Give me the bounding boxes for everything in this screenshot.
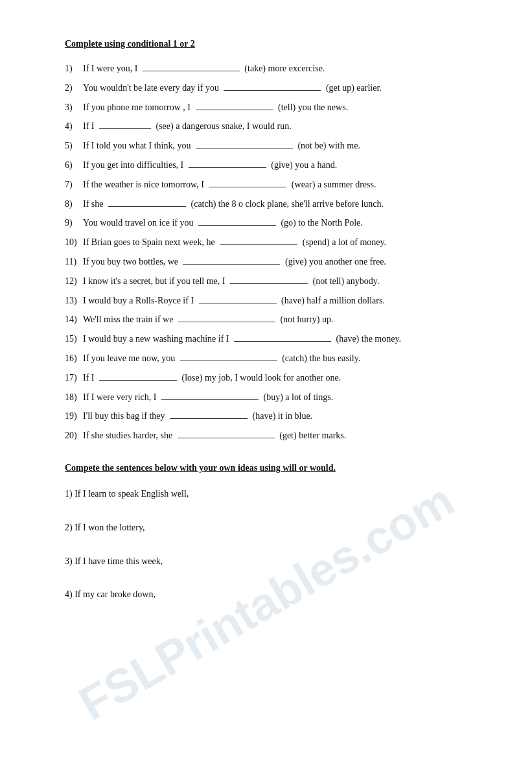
list-item: 7)If the weather is nice tomorrow, I (we… bbox=[65, 177, 480, 193]
item-text-before: If the weather is nice tomorrow, I bbox=[83, 177, 206, 193]
answer-blank bbox=[178, 322, 275, 322]
item-text-after: a summer dress. bbox=[318, 177, 376, 193]
list-item: 6)If you get into difficulties, I (give)… bbox=[65, 158, 480, 173]
item-text-before: If she studies harder, she bbox=[83, 428, 175, 444]
item-text-before: If you get into difficulties, I bbox=[83, 158, 186, 173]
section2: Compete the sentences below with your ow… bbox=[65, 463, 480, 602]
item-hint: (not be) bbox=[295, 138, 329, 154]
list-item: 19)I'll buy this bag if they (have) it i… bbox=[65, 409, 480, 424]
item-text-before: You would travel on ice if you bbox=[83, 215, 196, 231]
item-text-after: up. bbox=[322, 312, 334, 327]
list-item: 3)If you phone me tomorrow , I (tell) yo… bbox=[65, 100, 480, 115]
item-text-before: If I bbox=[83, 119, 97, 134]
list-item: 10)If Brian goes to Spain next week, he … bbox=[65, 235, 480, 250]
answer-blank bbox=[170, 418, 248, 419]
item-hint: (spend) bbox=[300, 235, 332, 250]
item-text-after: earlier. bbox=[356, 80, 381, 96]
answer-blank bbox=[108, 206, 186, 207]
open-item-text: If I have time this week, bbox=[75, 556, 163, 566]
item-text-before: If you leave me now, you bbox=[83, 351, 178, 366]
item-text-after: it in blue. bbox=[278, 409, 312, 424]
item-number: 3) bbox=[65, 100, 83, 115]
item-text-after: the 8 o clock plane, she'll arrive befor… bbox=[218, 196, 384, 212]
item-hint: (have) bbox=[279, 293, 307, 309]
list-item: 11)If you buy two bottles, we (give) you… bbox=[65, 254, 480, 270]
item-text-after: more excercise. bbox=[268, 61, 325, 77]
answer-blank bbox=[178, 438, 275, 438]
answer-blank bbox=[220, 244, 297, 245]
answer-blank bbox=[198, 225, 276, 226]
list-item: 5)If I told you what I think, you (not b… bbox=[65, 138, 480, 154]
item-hint: (buy) bbox=[261, 390, 285, 405]
item-text-after: a dangerous snake, I would run. bbox=[176, 119, 291, 134]
item-text-before: We'll miss the train if we bbox=[83, 312, 176, 327]
list-item: 20)If she studies harder, she (get) bett… bbox=[65, 428, 480, 444]
item-text-after: the money. bbox=[362, 331, 401, 347]
item-number: 9) bbox=[65, 215, 83, 231]
list-item: 14)We'll miss the train if we (not hurry… bbox=[65, 312, 480, 327]
item-text-before: If I were very rich, I bbox=[83, 390, 159, 405]
item-text-after: you another one free. bbox=[309, 254, 386, 270]
list-item: 9)You would travel on ice if you (go) to… bbox=[65, 215, 480, 231]
item-hint: (have) bbox=[250, 409, 278, 424]
item-hint: (tell) bbox=[276, 100, 298, 115]
answer-blank bbox=[196, 148, 293, 148]
item-hint: (catch) bbox=[280, 351, 310, 366]
item-text-before: If I bbox=[83, 370, 97, 386]
list-item: 12)I know it's a secret, but if you tell… bbox=[65, 274, 480, 289]
open-list-item: 3) If I have time this week, bbox=[65, 554, 480, 569]
open-item-number: 3) bbox=[65, 556, 75, 566]
item-text-after: better marks. bbox=[299, 428, 346, 444]
item-number: 10) bbox=[65, 235, 83, 250]
item-number: 7) bbox=[65, 177, 83, 193]
item-number: 5) bbox=[65, 138, 83, 154]
item-hint: (go) bbox=[279, 215, 298, 231]
item-text-before: I know it's a secret, but if you tell me… bbox=[83, 274, 227, 289]
list-item: 15)I would buy a new washing machine if … bbox=[65, 331, 480, 347]
open-item-text: If my car broke down, bbox=[75, 589, 156, 599]
item-text-before: I would buy a Rolls-Royce if I bbox=[83, 293, 196, 309]
answer-blank bbox=[230, 283, 308, 284]
list-item: 18)If I were very rich, I (buy) a lot of… bbox=[65, 390, 480, 405]
answer-blank bbox=[196, 110, 273, 110]
item-hint: (lose) bbox=[179, 370, 205, 386]
open-list-item: 1) If I learn to speak English well, bbox=[65, 486, 480, 502]
item-number: 8) bbox=[65, 196, 83, 212]
item-text-after: anybody. bbox=[347, 274, 380, 289]
item-hint: (wear) bbox=[289, 177, 318, 193]
item-number: 6) bbox=[65, 158, 83, 173]
item-text-before: You wouldn't be late every day if you bbox=[83, 80, 221, 96]
open-item-number: 4) bbox=[65, 589, 75, 599]
item-hint: (see) bbox=[154, 119, 176, 134]
item-number: 16) bbox=[65, 351, 83, 366]
answer-blank bbox=[209, 187, 286, 187]
answer-blank bbox=[161, 399, 259, 400]
item-hint: (give) bbox=[269, 158, 295, 173]
item-text-before: If she bbox=[83, 196, 106, 212]
section2-items: 1) If I learn to speak English well,2) I… bbox=[65, 486, 480, 602]
item-number: 2) bbox=[65, 80, 83, 96]
item-text-after: a lot of tings. bbox=[285, 390, 333, 405]
open-list-item: 4) If my car broke down, bbox=[65, 587, 480, 602]
item-text-after: you the news. bbox=[298, 100, 348, 115]
item-number: 14) bbox=[65, 312, 83, 327]
answer-blank bbox=[234, 341, 331, 342]
item-text-before: If you phone me tomorrow , I bbox=[83, 100, 193, 115]
answer-blank bbox=[99, 380, 177, 381]
item-text-before: If you buy two bottles, we bbox=[83, 254, 180, 270]
item-text-before: I would buy a new washing machine if I bbox=[83, 331, 231, 347]
item-number: 12) bbox=[65, 274, 83, 289]
item-number: 1) bbox=[65, 61, 83, 77]
item-text-after: half a million dollars. bbox=[306, 293, 385, 309]
item-number: 20) bbox=[65, 428, 83, 444]
item-hint: (not tell) bbox=[310, 274, 347, 289]
item-hint: (catch) bbox=[189, 196, 218, 212]
item-number: 18) bbox=[65, 390, 83, 405]
answer-blank bbox=[224, 90, 321, 91]
item-text-before: If Brian goes to Spain next week, he bbox=[83, 235, 217, 250]
list-item: 8)If she (catch) the 8 o clock plane, sh… bbox=[65, 196, 480, 212]
section1: Complete using conditional 1 or 2 1)If I… bbox=[65, 39, 480, 444]
list-item: 1)If I were you, I (take) more excercise… bbox=[65, 61, 480, 77]
item-hint: (get) bbox=[277, 428, 299, 444]
item-text-before: If I told you what I think, you bbox=[83, 138, 193, 154]
